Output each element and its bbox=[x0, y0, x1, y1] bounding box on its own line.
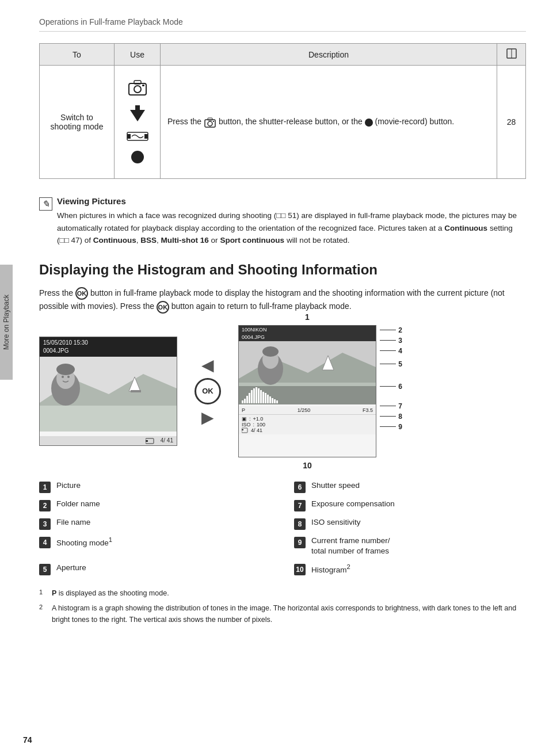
item-num-3: 3 bbox=[39, 518, 51, 530]
label-1: 1 bbox=[305, 312, 310, 322]
right-screen-info: P 1/250 F3.5 bbox=[239, 406, 376, 415]
item-num-4: 4 bbox=[39, 537, 51, 548]
right-mode: P bbox=[242, 407, 245, 413]
list-item: 6 Shutter speed bbox=[294, 480, 526, 493]
label-10: 10 bbox=[303, 461, 312, 470]
right-screen-top-bar: 100NIKON bbox=[239, 326, 376, 334]
list-item: 4 Shooting mode1 bbox=[39, 536, 271, 558]
left-arrow: ◀ bbox=[201, 356, 214, 375]
item-num-8: 8 bbox=[294, 518, 306, 530]
svg-rect-19 bbox=[131, 390, 141, 392]
items-grid: 1 Picture 6 Shutter speed 2 Folder name … bbox=[39, 480, 526, 576]
svg-rect-14 bbox=[213, 121, 214, 122]
svg-point-3 bbox=[134, 86, 141, 93]
item-text-1: Picture bbox=[56, 480, 81, 491]
right-shutter: 1/250 bbox=[298, 407, 311, 413]
callout-3: 3 bbox=[380, 335, 402, 346]
item-text-2: Folder name bbox=[56, 499, 100, 510]
svg-rect-10 bbox=[144, 134, 148, 139]
svg-rect-37 bbox=[246, 396, 248, 403]
list-item: 9 Current frame number/total number of f… bbox=[294, 536, 526, 558]
list-item: 1 Picture bbox=[39, 480, 271, 493]
item-text-8: ISO sensitivity bbox=[311, 517, 361, 528]
note-icon: ✎ bbox=[39, 197, 52, 211]
footnote-num-2: 2 bbox=[39, 602, 47, 613]
ok-button-inline: OK bbox=[75, 287, 88, 300]
svg-rect-47 bbox=[269, 396, 271, 403]
page-header: Operations in Full-frame Playback Mode bbox=[39, 17, 526, 32]
right-callouts: 2 3 4 5 6 bbox=[380, 325, 402, 432]
item-num-5: 5 bbox=[39, 564, 51, 575]
table-header-book bbox=[497, 44, 526, 66]
svg-rect-50 bbox=[276, 400, 278, 403]
right-aperture: F3.5 bbox=[363, 407, 373, 413]
item-text-10: Histogram2 bbox=[311, 563, 350, 575]
item-num-7: 7 bbox=[294, 500, 306, 511]
section-heading: Displaying the Histogram and Shooting In… bbox=[39, 261, 526, 278]
item-num-9: 9 bbox=[294, 537, 306, 548]
ev-row: ▣ : +1.0 bbox=[242, 416, 373, 422]
svg-rect-39 bbox=[251, 390, 253, 403]
to-line1: Switch to bbox=[60, 113, 93, 122]
svg-rect-49 bbox=[274, 399, 276, 403]
svg-rect-9 bbox=[127, 134, 131, 139]
page-number: 74 bbox=[23, 735, 32, 744]
table-cell-to: Switch to shooting mode bbox=[40, 66, 115, 179]
item-text-7: Exposure compensation bbox=[311, 499, 395, 510]
left-screen-image bbox=[40, 357, 177, 432]
right-screen-filename: 0004.JPG bbox=[239, 334, 376, 341]
table-header-desc: Description bbox=[161, 44, 497, 66]
table-cell-desc: Press the button, the shutter-release bu… bbox=[161, 66, 497, 179]
frames-row: 4/ 41 bbox=[242, 427, 373, 433]
right-screen-image bbox=[239, 341, 376, 404]
svg-rect-44 bbox=[262, 392, 264, 403]
footnotes: 1 P is displayed as the shooting mode. 2… bbox=[39, 587, 526, 625]
screen-info-bar: 15/05/2010 15:30 0004.JPG bbox=[40, 337, 177, 357]
inline-circle-icon bbox=[365, 119, 373, 127]
svg-point-24 bbox=[56, 364, 75, 375]
callout-9: 9 bbox=[380, 422, 402, 432]
list-item: 7 Exposure compensation bbox=[294, 499, 526, 511]
item-text-9: Current frame number/total number of fra… bbox=[311, 536, 390, 558]
side-tab-text: More on Playback bbox=[2, 295, 10, 350]
footnote-2: 2 A histogram is a graph showing the dis… bbox=[39, 602, 526, 625]
book-icon bbox=[506, 48, 517, 59]
list-item: 10 Histogram2 bbox=[294, 563, 526, 575]
item-text-3: File name bbox=[56, 517, 90, 528]
callout-7: 7 bbox=[380, 401, 402, 411]
frames-value: 4/ 41 bbox=[251, 427, 262, 433]
ok-circle-button[interactable]: OK bbox=[195, 378, 221, 404]
svg-rect-26 bbox=[146, 440, 148, 442]
callout-5: 5 bbox=[380, 356, 402, 372]
right-arrow: ▶ bbox=[201, 408, 214, 427]
list-item: 8 ISO sensitivity bbox=[294, 517, 526, 530]
footnote-num-1: 1 bbox=[39, 587, 47, 598]
ev-icon: ▣ bbox=[242, 416, 247, 422]
ev-value: +1.0 bbox=[253, 416, 264, 422]
svg-point-22 bbox=[62, 376, 64, 378]
item-text-5: Aperture bbox=[56, 563, 86, 574]
callout-2: 2 bbox=[380, 325, 402, 335]
inline-camera-icon bbox=[204, 117, 216, 128]
screen-bottom-nums: 4/ 41 bbox=[161, 437, 173, 444]
item-num-1: 1 bbox=[39, 482, 51, 493]
table-header-to: To bbox=[40, 44, 115, 66]
callout-6: 6 bbox=[380, 372, 402, 401]
iso-label: ISO bbox=[242, 422, 251, 427]
svg-rect-35 bbox=[242, 400, 243, 403]
iso-row: ISO : 100 bbox=[242, 422, 373, 427]
table-header-use: Use bbox=[115, 44, 161, 66]
screen-bottom-bar: 4/ 41 bbox=[40, 436, 177, 445]
note-title: Viewing Pictures bbox=[57, 196, 526, 206]
camera-icon bbox=[127, 79, 148, 98]
svg-rect-42 bbox=[258, 388, 260, 403]
svg-rect-38 bbox=[249, 393, 250, 403]
left-screen: 15/05/2010 15:30 0004.JPG bbox=[39, 337, 177, 446]
svg-rect-48 bbox=[272, 398, 273, 403]
svg-rect-52 bbox=[242, 429, 243, 430]
item-num-2: 2 bbox=[39, 500, 51, 511]
list-item: 3 File name bbox=[39, 517, 271, 530]
table-cell-page: 28 bbox=[497, 66, 526, 179]
navigation-arrows: ◀ OK ▶ bbox=[195, 356, 221, 427]
item-text-6: Shutter speed bbox=[311, 480, 360, 491]
